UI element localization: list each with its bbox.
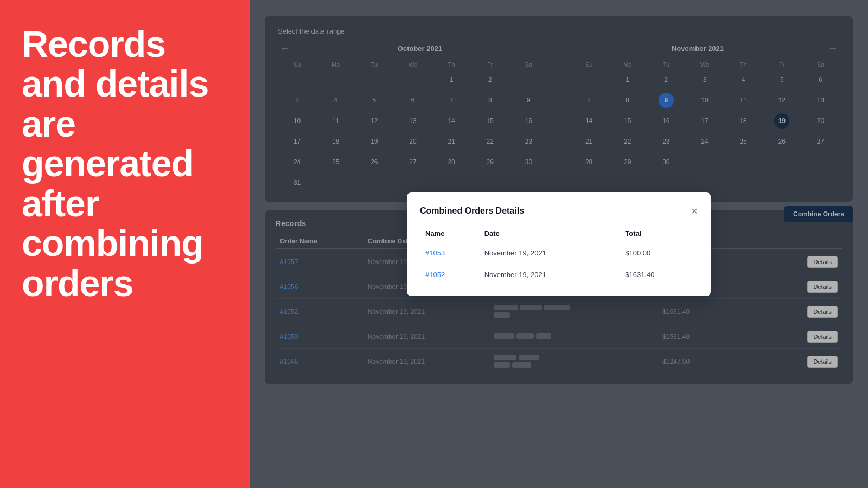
modal-close-button[interactable]: × [691,206,698,216]
hero-text: Records and details are generated after … [22,24,228,303]
left-panel: Records and details are generated after … [0,0,250,488]
modal-table-row: #1053November 19, 2021$100.00 [420,242,698,264]
modal-overlay[interactable]: Combined Orders Details × NameDateTotal … [250,0,868,488]
modal-column-header: Name [420,225,479,242]
modal-table-row: #1052November 19, 2021$1631.40 [420,264,698,285]
combined-orders-modal: Combined Orders Details × NameDateTotal … [407,192,711,296]
modal-column-header: Total [620,225,698,242]
modal-order-date: November 19, 2021 [479,264,620,285]
modal-table: NameDateTotal #1053November 19, 2021$100… [420,225,698,285]
modal-order-name[interactable]: #1052 [420,264,479,285]
right-panel: Select the date range ← October 2021 Su … [250,0,868,488]
modal-order-total: $100.00 [620,242,698,264]
modal-header: Combined Orders Details × [420,206,698,216]
modal-title: Combined Orders Details [420,206,524,216]
modal-column-header: Date [479,225,620,242]
modal-order-total: $1631.40 [620,264,698,285]
modal-order-date: November 19, 2021 [479,242,620,264]
modal-order-name[interactable]: #1053 [420,242,479,264]
